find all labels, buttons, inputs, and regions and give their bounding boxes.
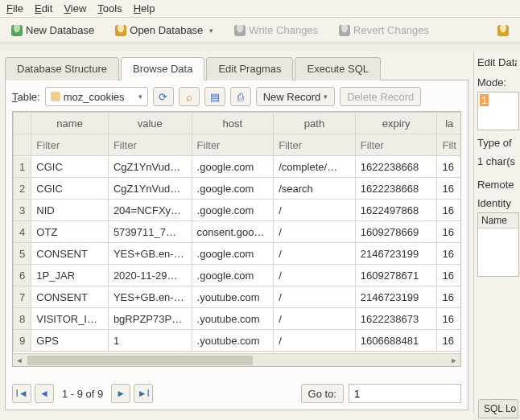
tab-execute-sql[interactable]: Execute SQL [295,57,381,80]
table-row[interactable]: 7CONSENTYES+GB.en-….youtube.com/21467231… [14,286,462,308]
cell-last[interactable]: 16 [437,330,461,352]
cell-last[interactable]: 16 [437,200,461,221]
col-header-name[interactable]: name [31,113,109,134]
cell-path[interactable]: / [274,330,356,352]
mode-value-box[interactable]: 1 [477,92,519,130]
table-row[interactable]: 9GPS1.youtube.com/160668848116 [14,330,462,352]
table-row[interactable]: 1CGICCgZ1YnVud….google.com/complete/…162… [14,156,462,178]
cell-name[interactable]: NID [31,200,109,221]
cell-host[interactable]: .google.com [192,243,274,265]
row-number[interactable]: 5 [14,243,31,265]
filter-expiry[interactable] [361,139,432,151]
cell-host[interactable]: .google.com [192,156,274,178]
sql-log-tab[interactable]: SQL Lo [478,399,518,418]
table-select[interactable]: moz_cookies ▾ [45,87,148,106]
cell-expiry[interactable]: 1622238668 [355,156,437,178]
toolbar-overflow-button[interactable] [494,23,512,38]
col-header-host[interactable]: host [192,113,274,134]
col-header-path[interactable]: path [274,113,356,134]
cell-expiry[interactable]: 1622238673 [355,308,437,330]
cell-path[interactable]: / [274,286,356,308]
next-page-button[interactable]: ► [111,384,130,403]
menu-tools[interactable]: Tools [97,2,122,14]
save-table-button[interactable]: ▤ [204,87,225,106]
chevron-down-icon[interactable]: ▾ [320,93,328,101]
row-number[interactable]: 4 [14,221,31,243]
cell-last[interactable]: 16 [437,286,461,308]
cell-value[interactable]: 1 [108,330,192,352]
tab-browse-data[interactable]: Browse Data [121,57,204,80]
horizontal-scrollbar[interactable]: ◄ ► [13,353,460,366]
cell-path[interactable]: / [274,265,356,286]
table-row[interactable]: 3NID204=NCFXy….google.com/162249786816 [14,200,462,221]
filter-path[interactable] [279,139,350,151]
row-number[interactable]: 7 [14,286,31,308]
identity-list[interactable]: Name [477,212,519,277]
cell-value[interactable]: CgZ1YnVud… [108,178,192,200]
cell-value[interactable]: YES+GB.en-… [108,243,192,265]
cell-name[interactable]: CGIC [31,156,109,178]
cell-name[interactable]: VISITOR_INF… [31,308,109,330]
last-page-button[interactable]: ►I [134,384,153,403]
filter-host[interactable] [197,139,269,151]
new-database-button[interactable]: New Database [8,23,97,38]
table-row[interactable]: 2CGICCgZ1YnVud….google.com/search1622238… [14,178,462,200]
cell-value[interactable]: 204=NCFXy… [108,200,192,221]
cell-name[interactable]: CGIC [31,178,109,200]
cell-host[interactable]: consent.goo… [192,221,274,243]
table-row[interactable]: 8VISITOR_INF…bgRPZP73P….youtube.com/1622… [14,308,462,330]
cell-expiry[interactable]: 1622238668 [355,178,437,200]
table-row[interactable]: 5CONSENTYES+GB.en-….google.com/214672319… [14,243,462,265]
cell-path[interactable]: / [274,243,356,265]
cell-name[interactable]: 1P_JAR [31,265,109,286]
cell-expiry[interactable]: 1609278669 [355,221,437,243]
cell-host[interactable]: .youtube.com [192,308,274,330]
cell-last[interactable]: 16 [437,265,461,286]
cell-name[interactable]: CONSENT [31,286,109,308]
cell-path[interactable]: /complete/… [274,156,356,178]
cell-name[interactable]: OTZ [31,221,109,243]
cell-value[interactable]: YES+GB.en-… [108,286,192,308]
col-header-last[interactable]: la [437,113,461,134]
row-number[interactable]: 6 [14,265,31,286]
tab-edit-pragmas[interactable]: Edit Pragmas [206,57,293,80]
cell-expiry[interactable]: 1622497868 [355,200,437,221]
cell-host[interactable]: .google.com [192,200,274,221]
filter-last[interactable] [442,139,456,151]
table-row[interactable]: 61P_JAR2020-11-29….google.com/1609278671… [14,265,462,286]
table-row[interactable]: 4OTZ5739711_7…consent.goo…/160927866916 [14,221,462,243]
cell-last[interactable]: 16 [437,156,461,178]
goto-input[interactable] [349,384,461,403]
cell-last[interactable]: 16 [437,178,461,200]
cell-last[interactable]: 16 [437,221,461,243]
scroll-left-icon[interactable]: ◄ [13,354,26,367]
menu-view[interactable]: View [64,2,86,14]
cell-expiry[interactable]: 2146723199 [355,243,437,265]
prev-page-button[interactable]: ◄ [35,384,54,403]
cell-value[interactable]: CgZ1YnVud… [108,156,192,178]
tab-database-structure[interactable]: Database Structure [5,57,119,80]
cell-path[interactable]: / [274,308,356,330]
cell-path[interactable]: /search [274,178,356,200]
cell-path[interactable]: / [274,200,356,221]
row-number[interactable]: 8 [14,308,31,330]
row-number[interactable]: 9 [14,330,31,352]
goto-button[interactable]: Go to: [301,384,344,403]
cell-last[interactable]: 16 [437,308,461,330]
cell-host[interactable]: .google.com [192,178,274,200]
cell-expiry[interactable]: 2146723199 [355,286,437,308]
cell-host[interactable]: .google.com [192,265,274,286]
cell-value[interactable]: 2020-11-29… [108,265,192,286]
cell-host[interactable]: .youtube.com [192,286,274,308]
cell-last[interactable]: 16 [437,243,461,265]
new-record-button[interactable]: New Record▾ [256,87,336,106]
row-number[interactable]: 1 [14,156,31,178]
col-header-expiry[interactable]: expiry [355,113,437,134]
menu-file[interactable]: File [6,2,23,14]
filter-name[interactable] [36,139,103,151]
scroll-thumb[interactable] [27,356,253,365]
chevron-down-icon[interactable]: ▾ [206,27,213,35]
open-database-button[interactable]: Open Database▾ [112,23,217,38]
cell-value[interactable]: 5739711_7… [108,221,192,243]
row-number[interactable]: 3 [14,200,31,221]
